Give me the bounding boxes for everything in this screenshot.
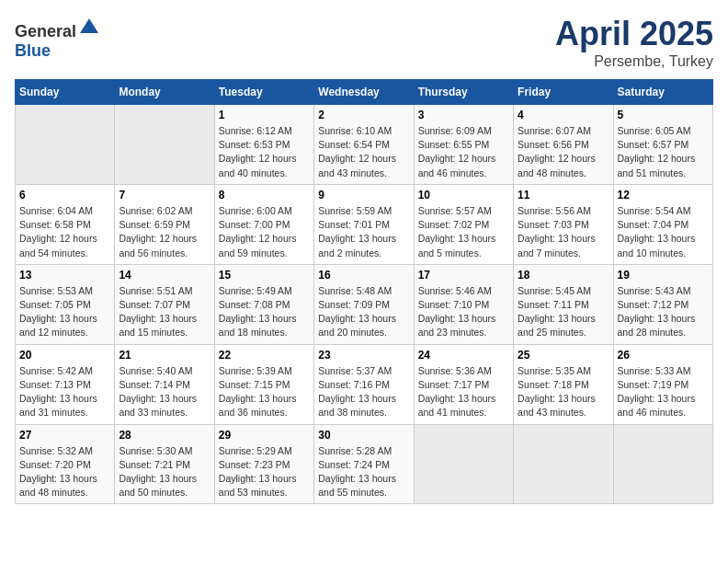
- calendar-cell: 14Sunrise: 5:51 AM Sunset: 7:07 PM Dayli…: [115, 264, 214, 344]
- day-number: 15: [219, 269, 310, 282]
- day-info: Sunrise: 6:09 AM Sunset: 6:55 PM Dayligh…: [418, 124, 509, 180]
- col-wednesday: Wednesday: [314, 80, 414, 105]
- weekday-row: Sunday Monday Tuesday Wednesday Thursday…: [16, 80, 713, 105]
- day-info: Sunrise: 5:51 AM Sunset: 7:07 PM Dayligh…: [119, 284, 210, 340]
- calendar-week-5: 27Sunrise: 5:32 AM Sunset: 7:20 PM Dayli…: [16, 424, 713, 504]
- calendar-cell: 2Sunrise: 6:10 AM Sunset: 6:54 PM Daylig…: [314, 105, 414, 185]
- day-number: 7: [119, 189, 210, 201]
- day-number: 8: [219, 189, 310, 201]
- calendar-cell: 5Sunrise: 6:05 AM Sunset: 6:57 PM Daylig…: [613, 105, 712, 185]
- logo-text: General Blue: [15, 15, 100, 61]
- logo: General Blue: [15, 15, 100, 61]
- day-info: Sunrise: 5:49 AM Sunset: 7:08 PM Dayligh…: [219, 284, 310, 340]
- day-info: Sunrise: 5:54 AM Sunset: 7:04 PM Dayligh…: [618, 204, 709, 260]
- day-number: 17: [418, 269, 509, 282]
- day-info: Sunrise: 5:46 AM Sunset: 7:10 PM Dayligh…: [418, 284, 509, 340]
- page-header: General Blue April 2025 Persembe, Turkey: [15, 15, 713, 70]
- calendar-cell: 29Sunrise: 5:29 AM Sunset: 7:23 PM Dayli…: [214, 424, 313, 504]
- calendar-cell: 3Sunrise: 6:09 AM Sunset: 6:55 PM Daylig…: [414, 105, 513, 185]
- col-tuesday: Tuesday: [214, 80, 313, 105]
- day-info: Sunrise: 6:10 AM Sunset: 6:54 PM Dayligh…: [318, 124, 409, 180]
- calendar-cell: 23Sunrise: 5:37 AM Sunset: 7:16 PM Dayli…: [314, 344, 414, 424]
- calendar-week-1: 1Sunrise: 6:12 AM Sunset: 6:53 PM Daylig…: [16, 105, 713, 185]
- day-info: Sunrise: 5:28 AM Sunset: 7:24 PM Dayligh…: [318, 444, 409, 500]
- calendar-cell: 15Sunrise: 5:49 AM Sunset: 7:08 PM Dayli…: [214, 264, 313, 344]
- day-number: 23: [318, 349, 409, 362]
- day-number: 16: [318, 269, 409, 282]
- day-info: Sunrise: 5:36 AM Sunset: 7:17 PM Dayligh…: [418, 364, 509, 420]
- day-number: 27: [19, 429, 110, 442]
- calendar-cell: 19Sunrise: 5:43 AM Sunset: 7:12 PM Dayli…: [613, 264, 712, 344]
- calendar-cell: 25Sunrise: 5:35 AM Sunset: 7:18 PM Dayli…: [514, 344, 613, 424]
- day-number: 21: [119, 349, 210, 362]
- day-info: Sunrise: 5:32 AM Sunset: 7:20 PM Dayligh…: [19, 444, 110, 500]
- calendar-cell: 13Sunrise: 5:53 AM Sunset: 7:05 PM Dayli…: [16, 264, 115, 344]
- day-number: 29: [219, 429, 310, 442]
- day-info: Sunrise: 5:57 AM Sunset: 7:02 PM Dayligh…: [418, 204, 509, 260]
- day-info: Sunrise: 5:59 AM Sunset: 7:01 PM Dayligh…: [318, 204, 409, 260]
- col-monday: Monday: [115, 80, 214, 105]
- calendar-cell: 11Sunrise: 5:56 AM Sunset: 7:03 PM Dayli…: [514, 184, 613, 264]
- calendar-cell: [414, 424, 513, 504]
- col-sunday: Sunday: [16, 80, 115, 105]
- calendar-cell: 21Sunrise: 5:40 AM Sunset: 7:14 PM Dayli…: [115, 344, 214, 424]
- day-info: Sunrise: 5:45 AM Sunset: 7:11 PM Dayligh…: [518, 284, 609, 340]
- calendar-cell: 9Sunrise: 5:59 AM Sunset: 7:01 PM Daylig…: [314, 184, 414, 264]
- day-number: 11: [518, 189, 609, 201]
- day-info: Sunrise: 5:40 AM Sunset: 7:14 PM Dayligh…: [119, 364, 210, 420]
- day-info: Sunrise: 5:53 AM Sunset: 7:05 PM Dayligh…: [19, 284, 110, 340]
- calendar-cell: 26Sunrise: 5:33 AM Sunset: 7:19 PM Dayli…: [613, 344, 712, 424]
- day-number: 19: [618, 269, 709, 282]
- day-number: 9: [318, 189, 409, 201]
- day-number: 22: [219, 349, 310, 362]
- calendar-cell: [514, 424, 613, 504]
- logo-general: General: [15, 22, 76, 40]
- col-friday: Friday: [514, 80, 613, 105]
- day-info: Sunrise: 6:02 AM Sunset: 6:59 PM Dayligh…: [119, 204, 210, 260]
- day-info: Sunrise: 5:56 AM Sunset: 7:03 PM Dayligh…: [518, 204, 609, 260]
- calendar-cell: 24Sunrise: 5:36 AM Sunset: 7:17 PM Dayli…: [414, 344, 513, 424]
- col-thursday: Thursday: [414, 80, 513, 105]
- calendar-header: Sunday Monday Tuesday Wednesday Thursday…: [16, 80, 713, 105]
- day-info: Sunrise: 6:04 AM Sunset: 6:58 PM Dayligh…: [19, 204, 110, 260]
- day-info: Sunrise: 5:43 AM Sunset: 7:12 PM Dayligh…: [618, 284, 709, 340]
- day-number: 24: [418, 349, 509, 362]
- calendar-cell: 12Sunrise: 5:54 AM Sunset: 7:04 PM Dayli…: [613, 184, 712, 264]
- day-number: 2: [318, 109, 409, 121]
- day-info: Sunrise: 5:30 AM Sunset: 7:21 PM Dayligh…: [119, 444, 210, 500]
- day-number: 6: [19, 189, 110, 201]
- day-info: Sunrise: 6:07 AM Sunset: 6:56 PM Dayligh…: [518, 124, 609, 180]
- calendar-cell: 16Sunrise: 5:48 AM Sunset: 7:09 PM Dayli…: [314, 264, 414, 344]
- calendar-cell: 17Sunrise: 5:46 AM Sunset: 7:10 PM Dayli…: [414, 264, 513, 344]
- day-info: Sunrise: 5:35 AM Sunset: 7:18 PM Dayligh…: [518, 364, 609, 420]
- calendar-cell: 30Sunrise: 5:28 AM Sunset: 7:24 PM Dayli…: [314, 424, 414, 504]
- calendar-cell: 1Sunrise: 6:12 AM Sunset: 6:53 PM Daylig…: [214, 105, 313, 185]
- calendar-cell: 7Sunrise: 6:02 AM Sunset: 6:59 PM Daylig…: [115, 184, 214, 264]
- col-saturday: Saturday: [613, 80, 712, 105]
- day-number: 28: [119, 429, 210, 442]
- day-number: 26: [618, 349, 709, 362]
- title-block: April 2025 Persembe, Turkey: [555, 15, 713, 70]
- logo-blue: Blue: [15, 41, 51, 60]
- calendar-cell: [613, 424, 712, 504]
- calendar-cell: 20Sunrise: 5:42 AM Sunset: 7:13 PM Dayli…: [16, 344, 115, 424]
- calendar-week-4: 20Sunrise: 5:42 AM Sunset: 7:13 PM Dayli…: [16, 344, 713, 424]
- day-info: Sunrise: 5:37 AM Sunset: 7:16 PM Dayligh…: [318, 364, 409, 420]
- day-info: Sunrise: 5:33 AM Sunset: 7:19 PM Dayligh…: [618, 364, 709, 420]
- day-number: 18: [518, 269, 609, 282]
- calendar-cell: 10Sunrise: 5:57 AM Sunset: 7:02 PM Dayli…: [414, 184, 513, 264]
- calendar-cell: 22Sunrise: 5:39 AM Sunset: 7:15 PM Dayli…: [214, 344, 313, 424]
- calendar-cell: [115, 105, 214, 185]
- day-number: 1: [219, 109, 310, 121]
- calendar-cell: 28Sunrise: 5:30 AM Sunset: 7:21 PM Dayli…: [115, 424, 214, 504]
- day-info: Sunrise: 5:42 AM Sunset: 7:13 PM Dayligh…: [19, 364, 110, 420]
- day-info: Sunrise: 6:05 AM Sunset: 6:57 PM Dayligh…: [618, 124, 709, 180]
- svg-marker-0: [80, 18, 98, 33]
- day-number: 13: [19, 269, 110, 282]
- calendar-cell: 4Sunrise: 6:07 AM Sunset: 6:56 PM Daylig…: [514, 105, 613, 185]
- day-info: Sunrise: 5:39 AM Sunset: 7:15 PM Dayligh…: [219, 364, 310, 420]
- day-info: Sunrise: 5:29 AM Sunset: 7:23 PM Dayligh…: [219, 444, 310, 500]
- day-number: 25: [518, 349, 609, 362]
- calendar-cell: 8Sunrise: 6:00 AM Sunset: 7:00 PM Daylig…: [214, 184, 313, 264]
- day-number: 14: [119, 269, 210, 282]
